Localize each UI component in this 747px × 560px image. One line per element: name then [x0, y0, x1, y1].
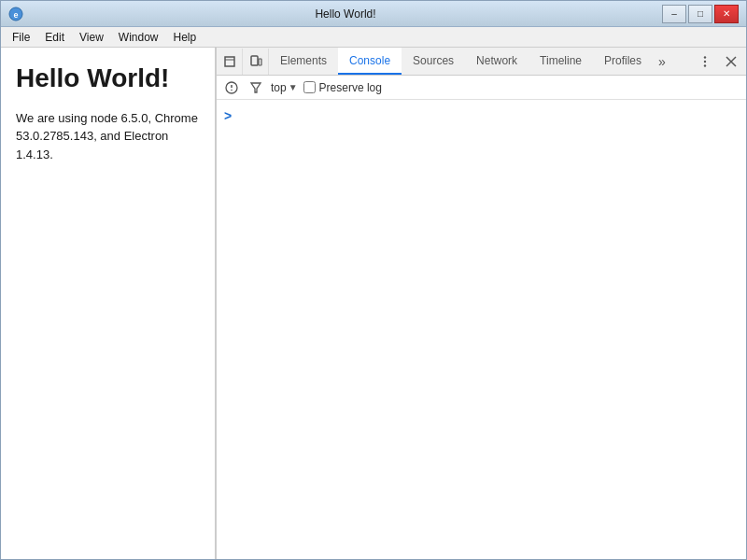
- filter-button[interactable]: [247, 78, 265, 97]
- main-area: Hello World! We are using node 6.5.0, Ch…: [1, 48, 746, 559]
- preserve-log-text: Preserve log: [319, 81, 382, 94]
- app-icon: e: [8, 7, 23, 21]
- customize-devtools-button[interactable]: [694, 50, 716, 73]
- devtools-header: Elements Console Sources Network Timelin…: [217, 48, 746, 76]
- minimize-button[interactable]: –: [662, 5, 686, 23]
- svg-rect-5: [259, 59, 261, 65]
- menu-edit[interactable]: Edit: [37, 29, 72, 46]
- devtools-header-actions: [690, 50, 746, 73]
- device-mode-button[interactable]: [243, 49, 269, 75]
- clear-console-button[interactable]: [222, 78, 241, 97]
- inspect-element-button[interactable]: [217, 49, 243, 75]
- context-label: top: [271, 81, 287, 94]
- preserve-log-checkbox[interactable]: [303, 81, 316, 93]
- console-prompt-line: >: [224, 104, 739, 126]
- tab-console[interactable]: Console: [338, 48, 402, 75]
- svg-point-6: [704, 56, 706, 58]
- tab-network[interactable]: Network: [465, 48, 529, 75]
- tab-elements[interactable]: Elements: [269, 48, 338, 75]
- svg-point-13: [231, 89, 233, 91]
- window-title: Hello World!: [29, 7, 662, 21]
- app-content: Hello World! We are using node 6.5.0, Ch…: [1, 48, 216, 559]
- close-devtools-button[interactable]: [720, 50, 742, 73]
- svg-rect-4: [251, 56, 258, 65]
- context-selector[interactable]: top ▼: [271, 81, 298, 94]
- console-caret: >: [224, 107, 232, 126]
- app-heading: Hello World!: [16, 63, 200, 94]
- window-controls: – □ ✕: [662, 5, 739, 23]
- tab-timeline[interactable]: Timeline: [529, 48, 593, 75]
- console-content[interactable]: >: [217, 100, 746, 559]
- menu-file[interactable]: File: [5, 29, 37, 46]
- menu-view[interactable]: View: [72, 29, 111, 46]
- tab-sources[interactable]: Sources: [402, 48, 465, 75]
- svg-rect-2: [225, 57, 234, 66]
- menu-bar: File Edit View Window Help: [1, 27, 746, 48]
- svg-point-7: [704, 60, 706, 62]
- svg-marker-14: [251, 83, 261, 92]
- devtools-tabs: Elements Console Sources Network Timelin…: [269, 48, 690, 75]
- svg-point-8: [704, 64, 706, 66]
- more-tabs-button[interactable]: »: [653, 48, 671, 75]
- console-toolbar: top ▼ Preserve log: [217, 76, 746, 100]
- title-bar: e Hello World! – □ ✕: [1, 1, 746, 27]
- app-body-text: We are using node 6.5.0, Chrome 53.0.278…: [16, 109, 200, 164]
- menu-help[interactable]: Help: [166, 29, 204, 46]
- svg-text:e: e: [13, 10, 18, 20]
- context-dropdown-arrow: ▼: [289, 82, 298, 92]
- menu-window[interactable]: Window: [111, 29, 166, 46]
- close-button[interactable]: ✕: [714, 5, 739, 23]
- devtools-panel: Elements Console Sources Network Timelin…: [216, 48, 746, 559]
- maximize-button[interactable]: □: [688, 5, 712, 23]
- preserve-log-toggle[interactable]: Preserve log: [303, 81, 382, 94]
- app-window: e Hello World! – □ ✕ File Edit View Wind…: [0, 0, 747, 560]
- tab-profiles[interactable]: Profiles: [593, 48, 653, 75]
